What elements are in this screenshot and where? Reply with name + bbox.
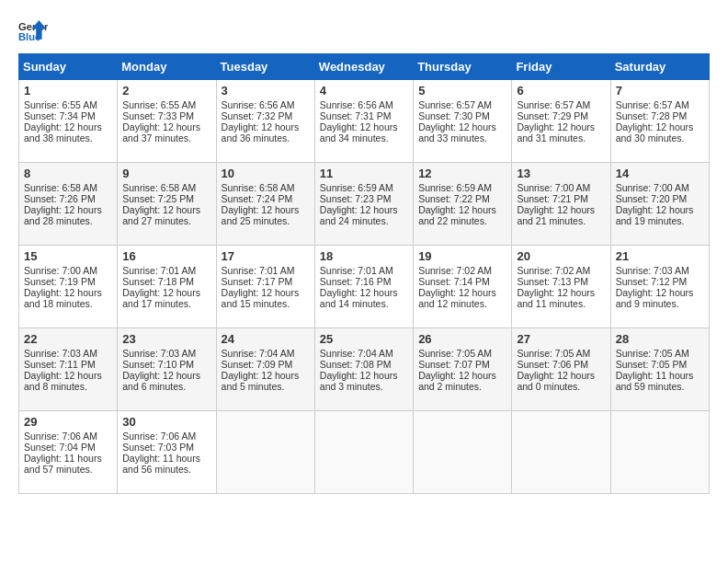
daylight: Daylight: 12 hours and 9 minutes. xyxy=(616,287,694,309)
calendar-cell: 16 Sunrise: 7:01 AM Sunset: 7:18 PM Dayl… xyxy=(118,246,216,328)
sunrise: Sunrise: 7:00 AM xyxy=(24,265,97,276)
sunrise: Sunrise: 6:55 AM xyxy=(24,99,97,110)
daylight: Daylight: 12 hours and 18 minutes. xyxy=(24,287,102,309)
calendar-cell: 30 Sunrise: 7:06 AM Sunset: 7:03 PM Dayl… xyxy=(118,411,216,494)
sunrise: Sunrise: 6:58 AM xyxy=(222,182,295,193)
calendar-table: SundayMondayTuesdayWednesdayThursdayFrid… xyxy=(18,53,710,494)
calendar-cell: 13 Sunrise: 7:00 AM Sunset: 7:21 PM Dayl… xyxy=(512,163,610,246)
sunset: Sunset: 7:17 PM xyxy=(222,276,293,287)
sunrise: Sunrise: 6:58 AM xyxy=(122,182,196,193)
sunrise: Sunrise: 6:56 AM xyxy=(222,99,295,110)
day-number: 24 xyxy=(222,332,310,346)
calendar-cell: 29 Sunrise: 7:06 AM Sunset: 7:04 PM Dayl… xyxy=(19,411,118,494)
sunset: Sunset: 7:25 PM xyxy=(122,193,194,204)
sunrise: Sunrise: 7:04 AM xyxy=(222,348,295,359)
sunrise: Sunrise: 6:59 AM xyxy=(320,182,393,193)
day-number: 9 xyxy=(122,167,210,180)
sunset: Sunset: 7:32 PM xyxy=(222,110,293,121)
day-number: 3 xyxy=(222,84,310,98)
calendar-cell: 15 Sunrise: 7:00 AM Sunset: 7:19 PM Dayl… xyxy=(19,246,118,328)
sunrise: Sunrise: 6:57 AM xyxy=(418,99,492,110)
calendar-cell: 28 Sunrise: 7:05 AM Sunset: 7:05 PM Dayl… xyxy=(610,328,709,411)
calendar-cell: 1 Sunrise: 6:55 AM Sunset: 7:34 PM Dayli… xyxy=(19,80,118,163)
calendar-cell: 4 Sunrise: 6:56 AM Sunset: 7:31 PM Dayli… xyxy=(314,80,413,163)
sunset: Sunset: 7:10 PM xyxy=(122,359,194,370)
sunset: Sunset: 7:07 PM xyxy=(418,359,490,370)
sunset: Sunset: 7:13 PM xyxy=(517,276,588,287)
sunset: Sunset: 7:14 PM xyxy=(418,276,490,287)
day-number: 21 xyxy=(616,249,704,263)
sunrise: Sunrise: 7:01 AM xyxy=(122,265,196,276)
calendar-cell: 18 Sunrise: 7:01 AM Sunset: 7:16 PM Dayl… xyxy=(314,246,413,328)
calendar-cell: 9 Sunrise: 6:58 AM Sunset: 7:25 PM Dayli… xyxy=(118,163,216,246)
logo-icon: General Blue xyxy=(18,18,48,44)
calendar-week-4: 22 Sunrise: 7:03 AM Sunset: 7:11 PM Dayl… xyxy=(19,328,710,411)
day-number: 2 xyxy=(122,84,210,98)
calendar-cell: 11 Sunrise: 6:59 AM Sunset: 7:23 PM Dayl… xyxy=(314,163,413,246)
sunrise: Sunrise: 7:02 AM xyxy=(517,265,590,276)
day-number: 20 xyxy=(517,249,605,263)
sunrise: Sunrise: 6:57 AM xyxy=(517,99,590,110)
day-number: 23 xyxy=(122,332,210,346)
logo: General Blue xyxy=(18,18,48,44)
calendar-cell: 27 Sunrise: 7:05 AM Sunset: 7:06 PM Dayl… xyxy=(512,328,610,411)
calendar-cell: 5 Sunrise: 6:57 AM Sunset: 7:30 PM Dayli… xyxy=(414,80,512,163)
daylight: Daylight: 12 hours and 11 minutes. xyxy=(517,287,595,309)
daylight: Daylight: 12 hours and 19 minutes. xyxy=(616,204,694,226)
sunset: Sunset: 7:06 PM xyxy=(517,359,588,370)
sunset: Sunset: 7:08 PM xyxy=(320,359,392,370)
sunset: Sunset: 7:09 PM xyxy=(222,359,293,370)
daylight: Daylight: 12 hours and 36 minutes. xyxy=(222,121,300,144)
sunrise: Sunrise: 7:03 AM xyxy=(122,348,196,359)
sunrise: Sunrise: 7:05 AM xyxy=(517,348,590,359)
calendar-cell: 17 Sunrise: 7:01 AM Sunset: 7:17 PM Dayl… xyxy=(216,246,314,328)
calendar-cell: 19 Sunrise: 7:02 AM Sunset: 7:14 PM Dayl… xyxy=(414,246,512,328)
day-number: 29 xyxy=(24,415,112,429)
calendar-cell: 7 Sunrise: 6:57 AM Sunset: 7:28 PM Dayli… xyxy=(610,80,709,163)
calendar-cell: 10 Sunrise: 6:58 AM Sunset: 7:24 PM Dayl… xyxy=(216,163,314,246)
daylight: Daylight: 12 hours and 31 minutes. xyxy=(517,121,595,144)
sunrise: Sunrise: 7:04 AM xyxy=(320,348,393,359)
weekday-header-friday: Friday xyxy=(512,54,610,80)
calendar-cell xyxy=(314,411,413,494)
sunset: Sunset: 7:04 PM xyxy=(24,442,96,453)
page-header: General Blue xyxy=(18,18,710,44)
weekday-header-tuesday: Tuesday xyxy=(216,54,314,80)
sunrise: Sunrise: 7:05 AM xyxy=(616,348,689,359)
sunrise: Sunrise: 7:06 AM xyxy=(122,431,196,442)
daylight: Daylight: 12 hours and 37 minutes. xyxy=(122,121,200,144)
sunset: Sunset: 7:26 PM xyxy=(24,193,96,204)
calendar-cell: 3 Sunrise: 6:56 AM Sunset: 7:32 PM Dayli… xyxy=(216,80,314,163)
sunrise: Sunrise: 7:01 AM xyxy=(320,265,393,276)
day-number: 14 xyxy=(616,167,704,180)
day-number: 26 xyxy=(418,332,506,346)
calendar-cell xyxy=(414,411,512,494)
day-number: 6 xyxy=(517,84,605,98)
calendar-cell: 6 Sunrise: 6:57 AM Sunset: 7:29 PM Dayli… xyxy=(512,80,610,163)
sunset: Sunset: 7:05 PM xyxy=(616,359,688,370)
calendar-cell: 25 Sunrise: 7:04 AM Sunset: 7:08 PM Dayl… xyxy=(314,328,413,411)
sunset: Sunset: 7:16 PM xyxy=(320,276,392,287)
calendar-cell xyxy=(610,411,709,494)
sunrise: Sunrise: 7:05 AM xyxy=(418,348,492,359)
day-number: 4 xyxy=(320,84,408,98)
sunrise: Sunrise: 6:56 AM xyxy=(320,99,393,110)
daylight: Daylight: 12 hours and 34 minutes. xyxy=(320,121,398,144)
weekday-header-wednesday: Wednesday xyxy=(314,54,413,80)
day-number: 8 xyxy=(24,167,112,180)
sunrise: Sunrise: 7:00 AM xyxy=(616,182,689,193)
day-number: 15 xyxy=(24,249,112,263)
day-number: 27 xyxy=(517,332,605,346)
sunset: Sunset: 7:22 PM xyxy=(418,193,490,204)
sunrise: Sunrise: 7:03 AM xyxy=(616,265,689,276)
day-number: 30 xyxy=(122,415,210,429)
day-number: 11 xyxy=(320,167,408,180)
sunrise: Sunrise: 7:06 AM xyxy=(24,431,97,442)
sunrise: Sunrise: 6:55 AM xyxy=(122,99,196,110)
sunset: Sunset: 7:11 PM xyxy=(24,359,96,370)
daylight: Daylight: 12 hours and 6 minutes. xyxy=(122,370,200,392)
daylight: Daylight: 12 hours and 17 minutes. xyxy=(122,287,200,309)
calendar-week-3: 15 Sunrise: 7:00 AM Sunset: 7:19 PM Dayl… xyxy=(19,246,710,328)
sunset: Sunset: 7:19 PM xyxy=(24,276,96,287)
sunset: Sunset: 7:31 PM xyxy=(320,110,392,121)
